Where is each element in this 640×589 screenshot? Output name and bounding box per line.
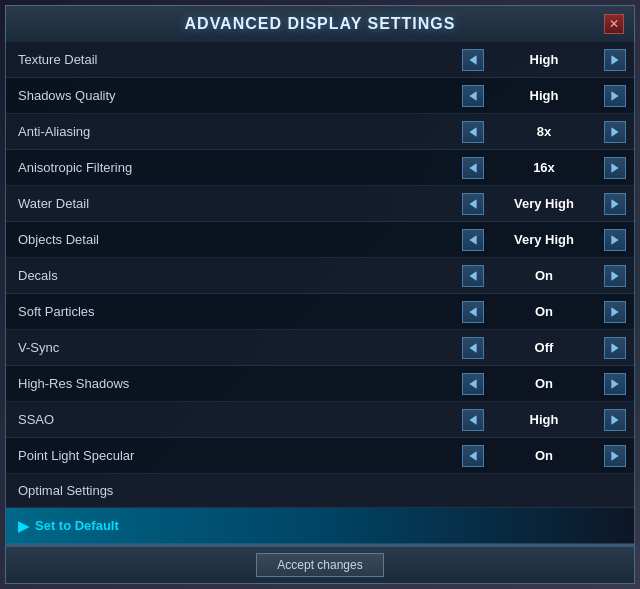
arrow-left-11[interactable] [462,445,484,467]
title-bar: ADVANCED DISPLAY SETTINGS ✕ [5,5,635,42]
dialog-content: Texture Detail High Shadows Quality High… [5,42,635,545]
svg-marker-21 [611,415,618,425]
arrow-right-2[interactable] [604,121,626,143]
setting-name-10: SSAO [14,412,462,427]
setting-row-3: Anisotropic Filtering 16x [6,150,634,186]
svg-marker-18 [469,379,476,389]
arrow-right-7[interactable] [604,301,626,323]
setting-name-5: Objects Detail [14,232,462,247]
setting-name-4: Water Detail [14,196,462,211]
arrow-left-9[interactable] [462,373,484,395]
svg-marker-3 [611,91,618,101]
setting-row-8: V-Sync Off [6,330,634,366]
setting-row-10: SSAO High [6,402,634,438]
arrow-right-0[interactable] [604,49,626,71]
setting-name-0: Texture Detail [14,52,462,67]
svg-marker-23 [611,451,618,461]
settings-table: Texture Detail High Shadows Quality High… [6,42,634,474]
svg-marker-22 [469,451,476,461]
setting-value-11: On [484,448,604,463]
setting-value-6: On [484,268,604,283]
arrow-right-1[interactable] [604,85,626,107]
svg-marker-12 [469,271,476,281]
svg-marker-8 [469,199,476,209]
svg-marker-6 [469,163,476,173]
setting-name-2: Anti-Aliasing [14,124,462,139]
arrow-right-10[interactable] [604,409,626,431]
accept-button[interactable]: Accept changes [256,553,383,577]
optimal-label: Optimal Settings [18,483,113,498]
setting-row-2: Anti-Aliasing 8x [6,114,634,150]
arrow-right-8[interactable] [604,337,626,359]
arrow-left-1[interactable] [462,85,484,107]
setting-row-1: Shadows Quality High [6,78,634,114]
setting-value-8: Off [484,340,604,355]
set-to-default-row[interactable]: ▶ Set to Default [6,508,634,544]
setting-value-7: On [484,304,604,319]
arrow-right-9[interactable] [604,373,626,395]
arrow-left-0[interactable] [462,49,484,71]
setting-value-10: High [484,412,604,427]
setting-value-3: 16x [484,160,604,175]
setting-name-8: V-Sync [14,340,462,355]
close-button[interactable]: ✕ [604,14,624,34]
svg-marker-15 [611,307,618,317]
arrow-right-4[interactable] [604,193,626,215]
arrow-left-10[interactable] [462,409,484,431]
setting-name-9: High-Res Shadows [14,376,462,391]
svg-marker-2 [469,91,476,101]
setting-row-9: High-Res Shadows On [6,366,634,402]
setting-value-5: Very High [484,232,604,247]
svg-marker-14 [469,307,476,317]
svg-marker-19 [611,379,618,389]
svg-marker-10 [469,235,476,245]
arrow-left-3[interactable] [462,157,484,179]
setting-value-9: On [484,376,604,391]
svg-marker-4 [469,127,476,137]
default-label: Set to Default [35,518,119,533]
setting-row-11: Point Light Specular On [6,438,634,474]
setting-name-1: Shadows Quality [14,88,462,103]
svg-marker-11 [611,235,618,245]
arrow-left-6[interactable] [462,265,484,287]
svg-marker-7 [611,163,618,173]
setting-row-6: Decals On [6,258,634,294]
setting-name-11: Point Light Specular [14,448,462,463]
svg-marker-9 [611,199,618,209]
setting-value-1: High [484,88,604,103]
setting-row-5: Objects Detail Very High [6,222,634,258]
dialog-title: ADVANCED DISPLAY SETTINGS [36,15,604,33]
svg-marker-20 [469,415,476,425]
default-row-arrow: ▶ [18,518,29,534]
setting-value-4: Very High [484,196,604,211]
svg-marker-16 [469,343,476,353]
arrow-left-4[interactable] [462,193,484,215]
arrow-left-5[interactable] [462,229,484,251]
accept-bar: Accept changes [5,545,635,584]
arrow-right-3[interactable] [604,157,626,179]
setting-name-3: Anisotropic Filtering [14,160,462,175]
setting-value-0: High [484,52,604,67]
setting-name-6: Decals [14,268,462,283]
setting-name-7: Soft Particles [14,304,462,319]
arrow-right-5[interactable] [604,229,626,251]
setting-row-0: Texture Detail High [6,42,634,78]
advanced-display-dialog: ADVANCED DISPLAY SETTINGS ✕ Texture Deta… [5,5,635,584]
arrow-left-2[interactable] [462,121,484,143]
setting-row-7: Soft Particles On [6,294,634,330]
setting-row-4: Water Detail Very High [6,186,634,222]
arrow-left-7[interactable] [462,301,484,323]
optimal-settings-row[interactable]: Optimal Settings [6,474,634,508]
svg-marker-1 [611,55,618,65]
arrow-left-8[interactable] [462,337,484,359]
arrow-right-6[interactable] [604,265,626,287]
svg-marker-5 [611,127,618,137]
svg-marker-0 [469,55,476,65]
svg-marker-17 [611,343,618,353]
arrow-right-11[interactable] [604,445,626,467]
svg-marker-13 [611,271,618,281]
setting-value-2: 8x [484,124,604,139]
